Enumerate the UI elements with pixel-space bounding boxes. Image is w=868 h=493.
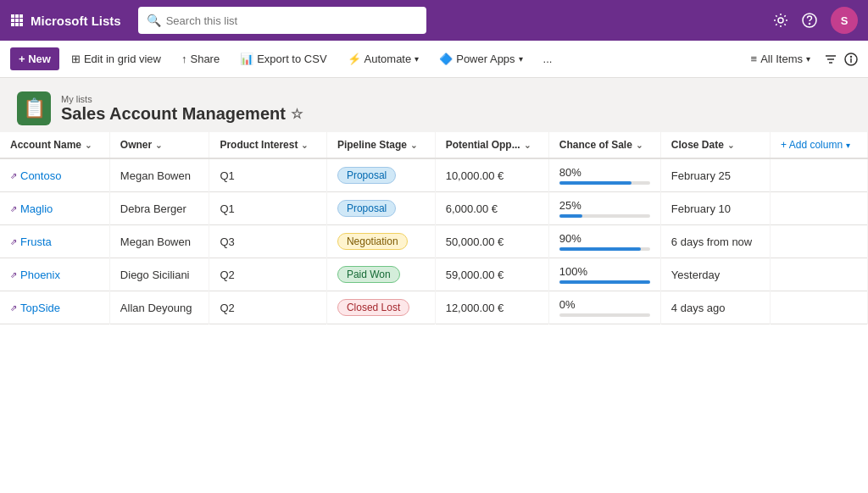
cell-account-0[interactable]: ⇗ Contoso [0,158,109,192]
cell-account-3[interactable]: ⇗ Phoenix [0,258,109,291]
export-button[interactable]: 📊 Export to CSV [231,47,335,70]
app-grid-icon[interactable] [10,14,24,27]
edit-grid-button[interactable]: ⊞ Edit in grid view [63,47,170,70]
toolbar: + New ⊞ Edit in grid view ↑ Share 📊 Expo… [0,41,868,78]
automate-icon: ⚡ [348,53,361,65]
export-icon: 📊 [240,53,253,65]
list-header: 📋 My lists Sales Account Management ☆ [0,78,868,132]
cell-pipeline-0: Proposal [326,158,435,192]
top-nav: Microsoft Lists 🔍 S [0,0,868,41]
cell-owner-4: Allan Deyoung [109,291,209,324]
col-owner[interactable]: Owner ⌄ [109,132,209,158]
cell-product-2: Q3 [209,225,326,258]
svg-rect-5 [19,19,23,22]
cell-owner-1: Debra Berger [109,192,209,225]
svg-point-11 [810,24,810,25]
info-icon-btn[interactable] [844,53,858,66]
share-icon: ↑ [181,53,187,65]
chance-bar-bg [559,214,650,218]
cell-account-1[interactable]: ⇗ Maglio [0,192,109,225]
svg-rect-6 [11,23,14,26]
col-potential-opp[interactable]: Potential Opp... ⌄ [435,132,548,158]
table-header-row: Account Name ⌄ Owner ⌄ Product Interest [0,132,868,158]
product-sort-icon: ⌄ [301,141,308,150]
chance-bar-fill [559,214,582,218]
cell-potential-2: 50,000.00 € [435,225,548,258]
svg-rect-4 [15,19,19,22]
settings-icon[interactable] [773,13,788,28]
chance-sort-icon: ⌄ [636,141,643,150]
app-title: Microsoft Lists [31,14,121,28]
chance-bar-bg [559,313,650,317]
main-content: 📋 My lists Sales Account Management ☆ Ac… [0,78,868,493]
cell-chance-4: 0% [548,291,660,324]
automate-chevron-icon: ▾ [415,54,419,64]
power-apps-button[interactable]: 🔷 Power Apps ▾ [431,47,531,70]
cell-pipeline-3: Paid Won [326,258,435,291]
cell-account-2[interactable]: ⇗ Frusta [0,225,109,258]
filter-icon-btn[interactable] [824,53,837,66]
col-pipeline-stage[interactable]: Pipeline Stage ⌄ [326,132,435,158]
pipeline-badge: Closed Lost [337,299,409,316]
cell-closedate-3: Yesterday [660,258,770,291]
col-chance-of-sale[interactable]: Chance of Sale ⌄ [548,132,660,158]
svg-rect-1 [15,14,19,18]
favorite-star-icon[interactable]: ☆ [291,106,303,122]
svg-rect-8 [19,23,23,26]
chance-bar-fill [559,181,632,185]
cell-owner-2: Megan Bowen [109,225,209,258]
user-avatar[interactable]: S [831,7,858,34]
cell-pipeline-2: Negotiation [326,225,435,258]
search-bar[interactable]: 🔍 [138,7,426,34]
account-sort-icon: ⌄ [85,141,92,150]
cell-pipeline-1: Proposal [326,192,435,225]
cell-empty-3 [771,258,868,291]
col-close-date[interactable]: Close Date ⌄ [660,132,770,158]
list-icon: 📋 [17,91,51,125]
power-apps-chevron-icon: ▾ [519,54,523,64]
chance-bar-bg [559,247,650,251]
svg-rect-3 [11,19,14,22]
list-title: Sales Account Management [61,104,286,124]
pipeline-badge: Paid Won [337,266,400,283]
list-meta: My lists Sales Account Management ☆ [61,94,303,124]
search-icon: 🔍 [147,14,161,27]
new-button[interactable]: + New [10,47,59,70]
cell-empty-1 [771,192,868,225]
more-button[interactable]: ... [535,47,561,70]
col-account-name[interactable]: Account Name ⌄ [0,132,109,158]
table-row: ⇗ TopSide Allan Deyoung Q2 Closed Lost 1… [0,291,868,324]
grid-icon: ⊞ [71,53,81,65]
pipeline-badge: Proposal [337,167,396,184]
filter-icon: ≡ [751,53,758,65]
cell-account-4[interactable]: ⇗ TopSide [0,291,109,324]
svg-rect-7 [15,23,19,26]
help-icon[interactable] [802,13,817,28]
svg-rect-0 [11,14,14,18]
potential-sort-icon: ⌄ [524,141,531,150]
row-link-icon: ⇗ [10,204,17,213]
automate-button[interactable]: ⚡ Automate ▾ [339,47,428,70]
toolbar-right: ≡ All Items ▾ [744,49,858,69]
pipeline-badge: Proposal [337,200,396,217]
share-button[interactable]: ↑ Share [173,47,228,70]
cell-closedate-0: February 25 [660,158,770,192]
closedate-sort-icon: ⌄ [727,141,734,150]
col-product-interest[interactable]: Product Interest ⌄ [209,132,326,158]
cell-potential-3: 59,000.00 € [435,258,548,291]
table-row: ⇗ Frusta Megan Bowen Q3 Negotiation 50,0… [0,225,868,258]
table-container: Account Name ⌄ Owner ⌄ Product Interest [0,132,868,324]
search-input[interactable] [166,14,418,27]
cell-potential-4: 12,000.00 € [435,291,548,324]
cell-product-4: Q2 [209,291,326,324]
cell-closedate-1: February 10 [660,192,770,225]
cell-chance-0: 80% [548,158,660,192]
chance-bar-fill [559,247,641,251]
chance-bar-fill [559,280,650,284]
cell-product-0: Q1 [209,158,326,192]
cell-potential-1: 6,000.00 € [435,192,548,225]
add-column-button[interactable]: + Add column ▾ [771,132,868,158]
table-row: ⇗ Maglio Debra Berger Q1 Proposal 6,000.… [0,192,868,225]
all-items-filter[interactable]: ≡ All Items ▾ [744,49,817,69]
row-link-icon: ⇗ [10,237,17,246]
